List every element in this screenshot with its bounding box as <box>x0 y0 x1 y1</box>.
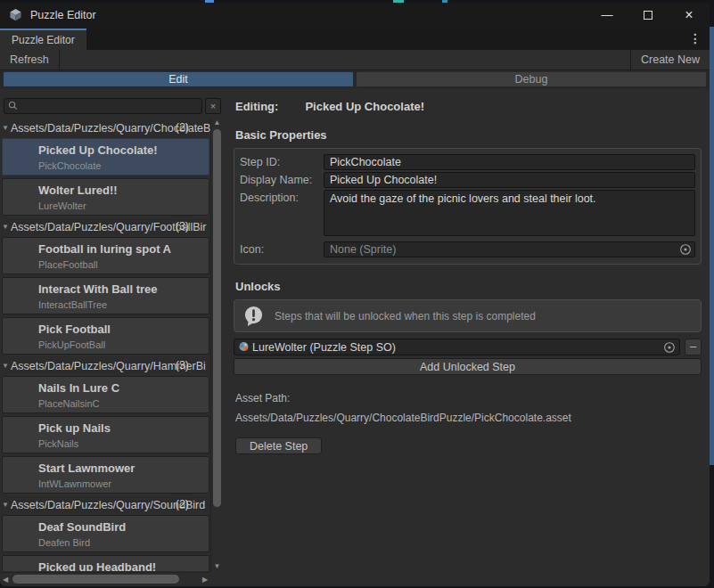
scriptable-object-icon <box>238 341 250 353</box>
list-vertical-scrollbar[interactable]: ▲ ▼ <box>210 117 223 571</box>
toolbar-spacer <box>60 50 630 69</box>
search-box[interactable] <box>4 98 202 114</box>
tab-menu-kebab-icon[interactable]: ⋮ <box>689 31 702 45</box>
list-item-picked-headband[interactable]: Picked up Headband! <box>2 555 209 571</box>
item-title: Picked Up Chocolate! <box>38 143 205 157</box>
item-id: PickNails <box>38 438 205 449</box>
search-row: × <box>0 90 223 115</box>
list-item-interact-ball-tree[interactable]: Interact With Ball tree InteractBallTree <box>2 277 209 314</box>
object-picker-icon[interactable] <box>679 243 692 256</box>
group-count-badge: (3) <box>176 359 189 372</box>
step-id-label: Step ID: <box>240 154 324 168</box>
list-item-pick-nails[interactable]: Pick up Nails PickNails <box>2 416 209 453</box>
basic-properties-title: Basic Properties <box>235 128 702 142</box>
step-editor-panel: Editing: Picked Up Chocolate! Basic Prop… <box>223 90 710 586</box>
editing-value: Picked Up Chocolate! <box>305 100 424 113</box>
content-area: × ▼ Assets/Data/Puzzles/Quarry/Chocolate… <box>0 90 710 586</box>
item-id: IntWLawnmower <box>38 478 205 489</box>
step-list-panel: × ▼ Assets/Data/Puzzles/Quarry/Chocolate… <box>0 90 223 586</box>
basic-properties-box: Step ID: Display Name: Description: Avoi… <box>234 148 702 265</box>
list-item-start-lawnmower[interactable]: Start Lawnmower IntWLawnmower <box>2 456 209 494</box>
item-title: Football in luring spot A <box>38 242 205 256</box>
close-button[interactable]: × <box>669 3 710 27</box>
foldout-triangle-icon[interactable]: ▼ <box>0 124 11 132</box>
group-header-soundbird[interactable]: ▼ Assets/Data/Puzzles/Quarry/SoundBird (… <box>0 497 210 512</box>
display-name-row: Display Name: <box>240 172 695 188</box>
list-item-pick-football[interactable]: Pick Football PickUpFootBall <box>2 317 209 355</box>
description-label: Description: <box>240 190 324 204</box>
minimize-button[interactable]: — <box>587 3 628 27</box>
foldout-triangle-icon[interactable]: ▼ <box>0 501 11 509</box>
tab-label: Puzzle Editor <box>12 34 75 46</box>
scroll-left-arrow[interactable]: ◀ <box>0 576 11 584</box>
editing-header: Editing: Picked Up Chocolate! <box>235 100 702 113</box>
item-id: LureWolter <box>38 200 205 211</box>
item-title: Picked up Headband! <box>38 560 205 571</box>
window-title: Puzzle Editor <box>30 9 96 21</box>
item-title: Deaf SoundBird <box>38 520 205 534</box>
title-bar[interactable]: Puzzle Editor — × <box>0 3 710 27</box>
icon-row: Icon: None (Sprite) <box>240 241 695 257</box>
editing-label: Editing: <box>235 100 278 113</box>
list-item-pick-chocolate[interactable]: Picked Up Chocolate! PickChocolate <box>2 138 209 176</box>
description-input[interactable]: Avoid the gaze of the picnic lovers and … <box>324 190 695 236</box>
list-item-place-football[interactable]: Football in luring spot A PlaceFootball <box>2 237 209 274</box>
maximize-icon <box>644 11 652 20</box>
group-header-hammer[interactable]: ▼ Assets/Data/Puzzles/Quarry/HammerBi (3… <box>0 358 210 373</box>
item-id: InteractBallTree <box>38 299 205 310</box>
object-picker-icon[interactable] <box>663 341 676 354</box>
search-icon <box>8 101 18 110</box>
horizontal-scrollbar-track[interactable] <box>11 575 200 584</box>
item-id: PickChocolate <box>38 160 205 171</box>
document-tab-strip: Puzzle Editor ⋮ <box>0 27 710 50</box>
unity-cube-icon <box>9 8 22 21</box>
list-horizontal-scrollbar[interactable]: ◀ ▶ <box>0 572 210 585</box>
item-title: Wolter Lured!! <box>38 184 205 197</box>
list-item-lure-wolter[interactable]: Wolter Lured!! LureWolter <box>2 178 209 216</box>
tab-puzzle-editor[interactable]: Puzzle Editor <box>0 29 86 50</box>
asset-path-label: Asset Path: <box>235 392 702 404</box>
window-controls: — × <box>587 3 710 27</box>
list-item-deafen-bird[interactable]: Deaf SoundBird Deafen Bird <box>2 515 209 552</box>
screen: Puzzle Editor — × Puzzle Editor ⋮ Refres… <box>0 0 714 588</box>
icon-object-field[interactable]: None (Sprite) <box>324 241 695 257</box>
scroll-down-arrow[interactable]: ▼ <box>211 560 223 571</box>
tab-edit[interactable]: Edit <box>3 71 354 87</box>
create-new-button[interactable]: Create New <box>631 50 710 69</box>
group-header-football[interactable]: ▼ Assets/Data/Puzzles/Quarry/FootballBir… <box>0 219 210 234</box>
unlocks-help-box: Steps that will be unlocked when this st… <box>234 299 702 332</box>
list-item-place-nails[interactable]: Nails In Lure C PlaceNailsinC <box>2 376 209 413</box>
item-id: PlaceNailsinC <box>38 398 205 409</box>
search-input[interactable] <box>21 99 198 113</box>
unlocked-step-row: LureWolter (Puzzle Step SO) – <box>234 339 702 355</box>
delete-step-button[interactable]: Delete Step <box>235 437 322 454</box>
icon-label: Icon: <box>240 241 324 256</box>
foldout-triangle-icon[interactable]: ▼ <box>0 223 11 231</box>
scroll-up-arrow[interactable]: ▲ <box>211 117 223 127</box>
foldout-triangle-icon[interactable]: ▼ <box>0 362 11 370</box>
toolbar: Refresh Create New <box>0 50 710 70</box>
group-count-badge: (3) <box>176 220 189 233</box>
refresh-button[interactable]: Refresh <box>0 50 59 69</box>
puzzle-editor-window: Puzzle Editor — × Puzzle Editor ⋮ Refres… <box>0 3 710 586</box>
vertical-scrollbar-thumb[interactable] <box>213 129 221 507</box>
description-row: Description: Avoid the gaze of the picni… <box>240 190 695 236</box>
add-unlocked-step-button[interactable]: Add Unlocked Step <box>234 358 702 375</box>
item-title: Pick up Nails <box>38 421 205 435</box>
search-clear-button[interactable]: × <box>205 98 221 114</box>
item-title: Nails In Lure C <box>38 381 205 395</box>
scroll-right-arrow[interactable]: ▶ <box>200 576 210 584</box>
info-bubble-icon <box>242 305 265 327</box>
unlocked-step-object-field[interactable]: LureWolter (Puzzle Step SO) <box>234 339 680 355</box>
maximize-button[interactable] <box>628 3 669 27</box>
item-title: Interact With Ball tree <box>38 282 205 296</box>
tab-debug[interactable]: Debug <box>356 71 707 87</box>
group-header-chocolate[interactable]: ▼ Assets/Data/Puzzles/Quarry/ChocolateBi… <box>0 120 210 135</box>
group-count-badge: (2) <box>176 121 189 134</box>
display-name-input[interactable] <box>324 172 695 188</box>
step-id-input[interactable] <box>324 154 695 170</box>
icon-object-value: None (Sprite) <box>330 243 676 256</box>
remove-unlocked-step-button[interactable]: – <box>685 339 702 355</box>
horizontal-scrollbar-thumb[interactable] <box>12 575 179 584</box>
unlocks-help-text: Steps that will be unlocked when this st… <box>275 310 536 323</box>
